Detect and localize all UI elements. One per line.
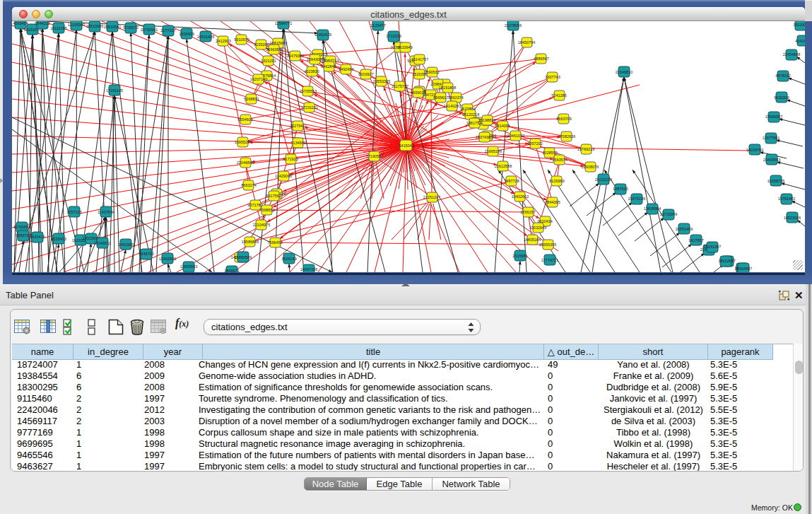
- svg-text:7844395: 7844395: [545, 200, 560, 204]
- svg-text:19161397: 19161397: [704, 245, 721, 249]
- svg-text:1713339: 1713339: [386, 34, 401, 38]
- svg-text:4023830: 4023830: [304, 69, 319, 74]
- svg-text:6171923: 6171923: [283, 157, 298, 161]
- svg-text:15141757: 15141757: [411, 57, 428, 62]
- svg-text:9562374: 9562374: [448, 95, 463, 100]
- svg-text:12105340: 12105340: [68, 23, 85, 27]
- svg-text:13374383: 13374383: [476, 135, 493, 139]
- svg-text:3633949: 3633949: [397, 45, 412, 49]
- svg-text:11700659: 11700659: [13, 225, 30, 229]
- svg-text:21970196: 21970196: [628, 197, 645, 201]
- svg-text:5241286: 5241286: [551, 93, 566, 98]
- svg-text:9371782: 9371782: [247, 203, 262, 207]
- svg-text:13828984: 13828984: [644, 206, 661, 211]
- svg-text:20553335: 20553335: [373, 79, 390, 83]
- svg-text:11437544: 11437544: [98, 210, 114, 214]
- svg-text:18191808: 18191808: [439, 86, 456, 90]
- svg-text:22346810: 22346810: [616, 70, 632, 74]
- svg-text:17190557: 17190557: [366, 154, 383, 158]
- svg-text:2125477: 2125477: [370, 23, 385, 28]
- svg-text:14966907: 14966907: [765, 115, 782, 119]
- svg-text:20220230: 20220230: [595, 177, 612, 182]
- svg-text:18513365: 18513365: [86, 24, 103, 28]
- svg-text:15955395: 15955395: [539, 243, 556, 247]
- svg-text:3525403: 3525403: [51, 237, 66, 241]
- svg-text:16359735: 16359735: [767, 179, 784, 183]
- svg-text:12994771: 12994771: [275, 21, 292, 25]
- svg-text:4041656: 4041656: [795, 39, 805, 43]
- svg-text:3028552: 3028552: [542, 151, 557, 155]
- svg-text:12805593: 12805593: [180, 264, 197, 269]
- svg-text:9630309: 9630309: [774, 95, 789, 100]
- svg-text:3492456: 3492456: [339, 67, 353, 71]
- svg-text:13723049: 13723049: [660, 212, 677, 216]
- svg-text:19769219: 19769219: [577, 147, 594, 151]
- svg-text:21612588: 21612588: [495, 164, 512, 168]
- svg-text:8126969: 8126969: [549, 179, 564, 183]
- svg-text:17082636: 17082636: [558, 134, 575, 139]
- svg-text:8663274: 8663274: [241, 183, 256, 187]
- svg-text:8003927: 8003927: [358, 72, 373, 76]
- svg-text:14997336: 14997336: [300, 267, 317, 271]
- svg-text:6914095: 6914095: [495, 124, 510, 128]
- svg-text:21078056: 21078056: [505, 23, 522, 28]
- svg-text:9357202: 9357202: [527, 141, 542, 146]
- svg-text:18450794: 18450794: [518, 40, 535, 45]
- svg-text:2015681: 2015681: [512, 254, 527, 258]
- svg-text:5554609: 5554609: [237, 117, 252, 122]
- svg-text:16523026: 16523026: [784, 216, 801, 220]
- svg-text:1417657: 1417657: [688, 238, 703, 243]
- svg-text:10461070: 10461070: [507, 134, 524, 138]
- svg-text:12462666: 12462666: [159, 257, 176, 261]
- svg-text:2491995: 2491995: [118, 243, 133, 247]
- svg-text:5583730: 5583730: [16, 233, 30, 238]
- svg-text:6317562: 6317562: [266, 194, 281, 198]
- svg-text:5268831: 5268831: [244, 97, 259, 101]
- svg-text:3849671: 3849671: [224, 269, 239, 272]
- svg-text:21251247: 21251247: [423, 195, 440, 199]
- svg-text:13955266: 13955266: [235, 140, 252, 144]
- svg-text:4878232: 4878232: [775, 74, 790, 78]
- svg-text:12077991: 12077991: [763, 136, 779, 140]
- svg-text:7134680: 7134680: [290, 141, 305, 145]
- svg-text:3511000: 3511000: [793, 23, 805, 27]
- svg-text:14805184: 14805184: [524, 238, 541, 242]
- svg-text:7596458: 7596458: [267, 240, 282, 245]
- svg-text:8999617: 8999617: [433, 95, 448, 100]
- svg-text:8663709: 8663709: [556, 117, 571, 121]
- svg-text:14033760: 14033760: [746, 148, 763, 152]
- svg-text:11429096: 11429096: [275, 174, 292, 178]
- svg-text:5346790: 5346790: [139, 252, 153, 256]
- svg-text:15781482: 15781482: [778, 197, 795, 201]
- svg-text:18404587: 18404587: [735, 267, 752, 271]
- svg-text:1556157: 1556157: [520, 210, 535, 214]
- svg-text:8155260: 8155260: [254, 42, 269, 47]
- svg-text:6886567: 6886567: [534, 57, 548, 61]
- svg-text:22928076: 22928076: [582, 165, 599, 169]
- svg-text:3430416: 3430416: [30, 235, 45, 239]
- svg-text:9666356: 9666356: [266, 47, 281, 52]
- svg-text:7368653: 7368653: [259, 208, 274, 212]
- svg-text:22104975: 22104975: [253, 223, 270, 227]
- svg-text:5709270: 5709270: [123, 25, 138, 30]
- svg-text:22454848: 22454848: [783, 52, 800, 57]
- svg-text:17181145: 17181145: [106, 88, 123, 93]
- svg-text:17231101: 17231101: [301, 105, 318, 110]
- svg-text:20279411: 20279411: [290, 124, 307, 128]
- svg-text:20792941: 20792941: [141, 28, 158, 32]
- svg-text:1487630: 1487630: [613, 187, 628, 191]
- svg-text:17774721: 17774721: [541, 258, 558, 262]
- svg-text:4659019: 4659019: [411, 90, 425, 95]
- svg-text:20493543: 20493543: [763, 158, 780, 162]
- svg-text:2590532: 2590532: [424, 70, 439, 74]
- svg-text:21175737: 21175737: [392, 84, 408, 88]
- svg-text:20198819: 20198819: [478, 118, 495, 122]
- svg-text:10402602: 10402602: [512, 194, 529, 199]
- svg-text:16880589: 16880589: [235, 255, 252, 259]
- svg-text:16931405: 16931405: [197, 35, 214, 39]
- svg-text:5415042: 5415042: [399, 144, 413, 148]
- svg-text:3606149: 3606149: [281, 257, 296, 261]
- svg-text:2177107: 2177107: [160, 28, 175, 33]
- svg-text:22046845: 22046845: [237, 160, 254, 165]
- svg-text:14140283: 14140283: [444, 104, 461, 108]
